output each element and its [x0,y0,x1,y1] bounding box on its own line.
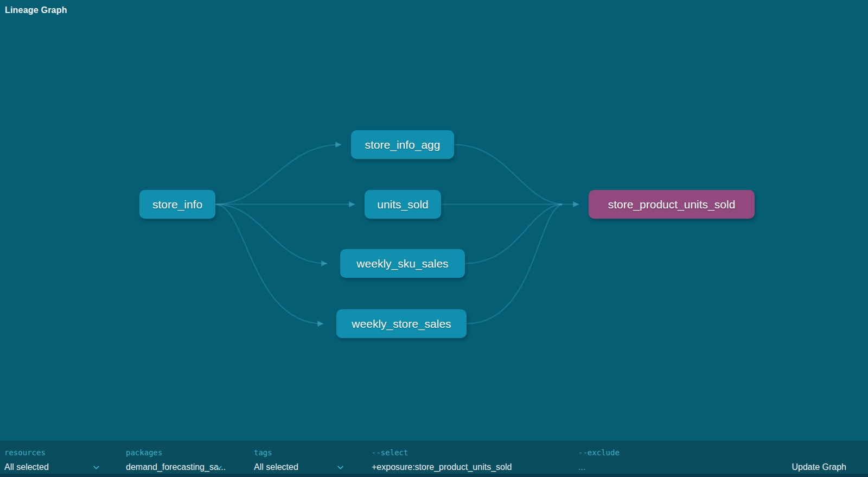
lineage-edges [0,0,868,477]
node-label: weekly_store_sales [352,317,451,330]
edge-store_info-weekly_sku_sales [215,205,327,264]
resources-filter-value[interactable]: All selected [4,462,49,472]
packages-filter: packages demand_forecasting_sa... [126,441,226,474]
edge-store_info-store_info_agg [215,145,341,205]
node-label: units_sold [377,198,429,211]
chevron-down-icon[interactable] [215,465,222,470]
graph-node-store_info_agg[interactable]: store_info_agg [351,130,454,159]
select-filter-label: --select [372,448,408,457]
tags-filter-value[interactable]: All selected [254,462,298,472]
node-label: store_product_units_sold [608,198,736,211]
resources-filter-label: resources [4,448,46,457]
graph-filter-toolbar: resources All selected packages demand_f… [0,441,868,477]
packages-filter-value[interactable]: demand_forecasting_sa... [126,462,226,472]
edge-store_info-weekly_store_sales [215,205,323,324]
edge-weekly_store_sales-store_product_units_sold [467,205,561,324]
graph-node-units_sold[interactable]: units_sold [365,190,441,219]
edge-weekly_sku_sales-store_product_units_sold [465,205,561,264]
graph-node-weekly_sku_sales[interactable]: weekly_sku_sales [340,249,465,278]
lineage-canvas: Lineage Graph store_info store_info_agg … [0,0,868,477]
chevron-down-icon[interactable] [93,465,100,470]
tags-filter-label: tags [254,448,272,457]
chevron-down-icon[interactable] [337,465,344,470]
exclude-filter-value[interactable]: ... [578,462,585,472]
tags-filter: tags All selected [254,441,344,474]
edge-store_info_agg-store_product_units_sold [454,145,561,205]
graph-node-weekly_store_sales[interactable]: weekly_store_sales [336,309,467,338]
toolbar-bottom-strip [0,474,868,477]
node-label: weekly_sku_sales [356,257,448,270]
select-filter: --select +exposure:store_product_units_s… [372,441,556,474]
packages-filter-label: packages [126,448,162,457]
node-label: store_info_agg [365,138,441,151]
select-filter-value[interactable]: +exposure:store_product_units_sold [372,462,512,472]
exclude-filter: --exclude ... [578,441,698,474]
graph-node-store_product_units_sold[interactable]: store_product_units_sold [589,190,755,219]
exclude-filter-label: --exclude [578,448,620,457]
node-label: store_info [152,198,202,211]
graph-node-store_info[interactable]: store_info [139,190,215,219]
resources-filter: resources All selected [4,441,100,474]
update-graph-button[interactable]: Update Graph [792,462,846,472]
